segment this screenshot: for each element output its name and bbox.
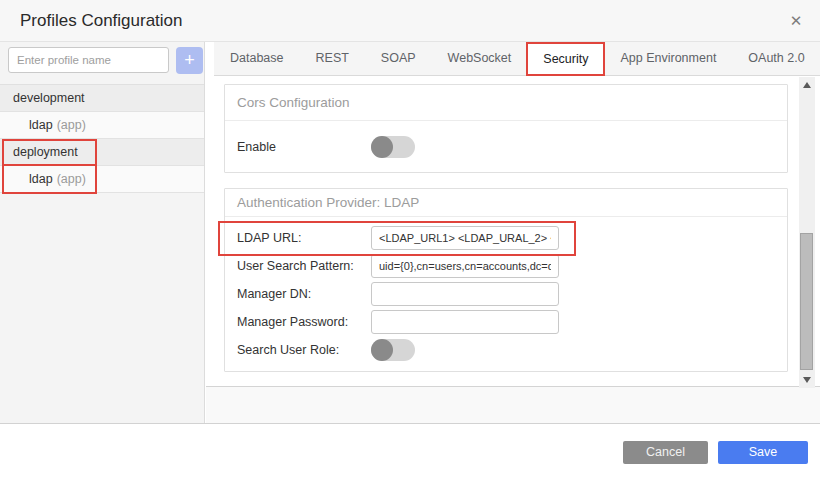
manager-password-label: Manager Password: [237, 315, 371, 329]
ldap-url-row: LDAP URL: [237, 225, 775, 251]
tab-oauth[interactable]: OAuth 2.0 [732, 42, 820, 75]
settings-tabbar: Database REST SOAP WebSocket Security Ap… [214, 42, 820, 76]
cors-section-title: Cors Configuration [225, 85, 787, 121]
search-user-role-toggle[interactable] [371, 339, 415, 361]
sidebar-item-ldap-development[interactable]: ldap(app) [0, 112, 204, 139]
sidebar-item-deployment[interactable]: deployment [0, 139, 204, 166]
ldap-url-label: LDAP URL: [237, 231, 371, 245]
tab-database[interactable]: Database [214, 42, 300, 75]
ldap-url-input[interactable] [371, 226, 559, 250]
ldap-body: LDAP URL: User Search Pattern: Manager D… [225, 217, 787, 373]
profile-label: deployment [13, 145, 78, 159]
manager-dn-input[interactable] [371, 282, 559, 306]
toggle-knob [371, 136, 393, 158]
tab-rest[interactable]: REST [300, 42, 365, 75]
tab-websocket[interactable]: WebSocket [432, 42, 528, 75]
manager-password-row: Manager Password: [237, 309, 775, 335]
enable-label: Enable [237, 140, 371, 154]
manager-dn-label: Manager DN: [237, 287, 371, 301]
app-label: ldap [29, 118, 53, 132]
profiles-sidebar: + development ldap(app) deployment ldap(… [0, 42, 205, 423]
tab-app-environment[interactable]: App Environment [604, 42, 732, 75]
user-search-pattern-label: User Search Pattern: [237, 259, 371, 273]
cors-body: Enable [225, 121, 787, 172]
profiles-configuration-dialog: Profiles Configuration ✕ + development l… [0, 0, 820, 480]
profile-name-input[interactable] [8, 47, 169, 73]
tab-security-label: Security [543, 52, 588, 66]
app-label: ldap [29, 172, 53, 186]
close-icon[interactable]: ✕ [780, 0, 812, 41]
profile-label: development [13, 91, 85, 105]
security-tab-content: Cors Configuration Enable Authentication… [206, 76, 799, 386]
tab-soap[interactable]: SOAP [365, 42, 432, 75]
search-user-role-row: Search User Role: [237, 337, 775, 363]
cancel-button[interactable]: Cancel [623, 441, 708, 464]
cors-enable-row: Enable [237, 130, 775, 163]
ldap-section-title: Authentication Provider: LDAP [225, 189, 787, 217]
scrollbar-thumb[interactable] [800, 233, 813, 370]
scroll-down-icon [803, 377, 811, 383]
search-user-role-label: Search User Role: [237, 343, 371, 357]
user-search-pattern-input[interactable] [371, 254, 559, 278]
scroll-up-icon [803, 82, 811, 88]
scroll-up-button[interactable] [799, 79, 815, 91]
scroll-down-button[interactable] [799, 374, 815, 386]
profile-list: development ldap(app) deployment ldap(ap… [0, 84, 204, 193]
app-suffix: (app) [57, 172, 86, 186]
dialog-titlebar: Profiles Configuration ✕ [0, 0, 820, 42]
save-button[interactable]: Save [718, 441, 808, 464]
add-profile-button[interactable]: + [176, 47, 203, 74]
toggle-knob [371, 339, 393, 361]
ldap-provider-card: Authentication Provider: LDAP LDAP URL: … [224, 188, 788, 372]
footer-divider [0, 423, 820, 424]
cors-enable-toggle[interactable] [371, 136, 415, 158]
sidebar-item-ldap-deployment[interactable]: ldap(app) [0, 166, 204, 193]
content-footer-strip [206, 386, 820, 423]
tab-security[interactable]: Security [527, 42, 604, 75]
manager-password-input[interactable] [371, 310, 559, 334]
cors-configuration-card: Cors Configuration Enable [224, 84, 788, 173]
sidebar-item-development[interactable]: development [0, 85, 204, 112]
user-search-pattern-row: User Search Pattern: [237, 253, 775, 279]
app-suffix: (app) [57, 118, 86, 132]
page-title: Profiles Configuration [20, 0, 183, 41]
content-scrollbar[interactable] [799, 77, 815, 388]
manager-dn-row: Manager DN: [237, 281, 775, 307]
